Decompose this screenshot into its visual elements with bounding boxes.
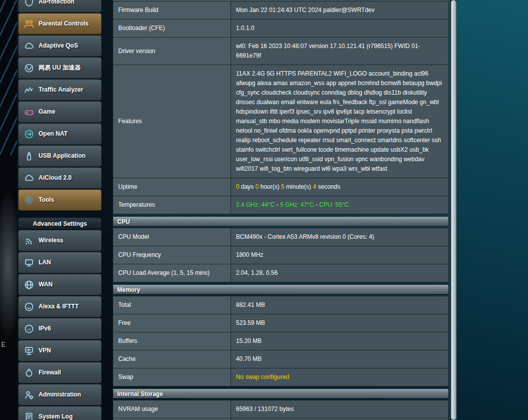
- vpn-icon: [24, 345, 35, 356]
- row-value: 882.41 MB: [231, 296, 448, 314]
- gamepad-icon: [24, 107, 35, 118]
- artwork-mech-figure: [0, 190, 17, 340]
- row-value: 11AX 2.4G 5G HTTPS PARENTAL2 WIFI_LOGO a…: [231, 65, 448, 178]
- usb-icon: [24, 151, 35, 162]
- sidebar-item-tools[interactable]: Tools: [18, 189, 102, 211]
- alexa-icon: [24, 301, 35, 312]
- row-value: 40.70 MB: [231, 350, 448, 368]
- row-value: 2.4 GHz: 44°C - 5 GHz: 47°C - CPU: 55°C: [231, 196, 448, 214]
- ipv6-icon: v6: [24, 323, 35, 334]
- cloud-icon: [24, 173, 35, 184]
- row-value: 0 days 0 hour(s) 5 minute(s) 4 seconds: [231, 178, 448, 196]
- sidebar-item-label: USB Application: [39, 153, 86, 159]
- sidebar-item-label: VPN: [39, 347, 51, 354]
- row-value: No swap configured: [231, 368, 448, 386]
- row-label: Temperatures: [113, 196, 231, 214]
- system-info-table: Firmware BuildMon Jan 22 01:24:43 UTC 20…: [113, 2, 449, 420]
- sidebar-item-wireless[interactable]: Wireless: [18, 230, 102, 251]
- sidebar-item-wan[interactable]: WAN: [18, 274, 102, 295]
- row-value: BCM490x - Cortex A53 ARMv8 revision 0 (C…: [231, 228, 448, 246]
- row-label: Bootloader (CFE): [113, 20, 231, 37]
- row-label: Swap: [113, 368, 231, 386]
- background-artwork: E: [0, 0, 17, 420]
- row-label: Driver version: [113, 38, 231, 65]
- row-value: 523.59 MB: [231, 314, 448, 332]
- sidebar-item-traffic-analyzer[interactable]: Traffic Analyzer: [18, 79, 102, 101]
- row-temperatures: Temperatures2.4 GHz: 44°C - 5 GHz: 47°C …: [113, 196, 449, 214]
- row-memory-total: Total882.41 MB: [113, 296, 449, 314]
- row-label: CPU Frequency: [113, 246, 231, 264]
- row-label: Features: [113, 65, 231, 178]
- row-label: CPU Load Average (1, 5, 15 mins): [113, 264, 231, 282]
- sidebar-item-label: Traffic Analyzer: [39, 87, 83, 93]
- sidebar-item-administration[interactable]: Administration: [18, 384, 102, 405]
- sidebar-item-label: Wireless: [39, 237, 63, 244]
- sidebar-item-game[interactable]: Game: [18, 101, 102, 123]
- artwork-letter: E: [1, 340, 6, 349]
- sidebar-item-label: System Log: [39, 413, 73, 420]
- artwork-blue-streaks: [0, 0, 17, 155]
- row-memory-cache: Cache40.70 MB: [113, 350, 449, 368]
- row-label: Total: [113, 296, 231, 314]
- flame-icon: [24, 367, 35, 378]
- row-value: 15.20 MB: [231, 332, 448, 350]
- sidebar-item-label: AiProtection: [39, 0, 74, 5]
- sidebar-item-label: LAN: [39, 259, 51, 266]
- row-label: Buffers: [113, 332, 231, 350]
- sidebar-item-usb-application[interactable]: USB Application: [18, 145, 102, 167]
- row-uptime: Uptime0 days 0 hour(s) 5 minute(s) 4 sec…: [113, 178, 449, 196]
- row-value: 2.04, 1.28, 0.56: [231, 264, 448, 282]
- row-value: 1.0.1.0: [231, 20, 448, 37]
- sidebar-item-aiprotection[interactable]: AiProtection: [18, 0, 102, 13]
- sidebar-item-vpn[interactable]: VPN: [18, 340, 102, 361]
- row-memory-free: Free523.59 MB: [113, 314, 449, 332]
- sidebar-item-alexa-ifttt[interactable]: Alexa & IFTTT: [18, 296, 102, 317]
- row-label: CPU Model: [113, 228, 231, 246]
- sidebar-item-firewall[interactable]: Firewall: [18, 362, 102, 383]
- row-nvram-usage: NVRAM usage65963 / 131072 bytes: [113, 400, 449, 418]
- row-firmware-build: Firmware BuildMon Jan 22 01:24:43 UTC 20…: [113, 2, 449, 20]
- sidebar-item-label: WAN: [39, 281, 53, 288]
- sidebar-item-adaptive-qos[interactable]: Adaptive QoS: [18, 35, 102, 57]
- log-icon: [24, 411, 35, 420]
- row-driver-version: Driver versionwl0: Feb 16 2023 10:48:07 …: [113, 38, 449, 65]
- row-memory-swap: SwapNo swap configured: [113, 368, 449, 386]
- row-value: wl0: Feb 16 2023 10:48:07 version 17.10.…: [231, 38, 448, 65]
- admin-icon: [24, 389, 35, 400]
- advanced-settings-header: Advanced Settings: [18, 217, 102, 229]
- scrollbar[interactable]: [449, 0, 457, 420]
- sidebar-item-label: Open NAT: [39, 131, 68, 137]
- sidebar-item-open-nat[interactable]: Open NAT: [18, 123, 102, 145]
- row-value: 1800 MHz: [231, 246, 448, 264]
- sidebar-item-label: Administration: [39, 391, 81, 398]
- sidebar-item-system-log[interactable]: System Log: [18, 406, 102, 420]
- sidebar-item-parental-controls[interactable]: Parental Controls: [18, 13, 102, 35]
- sidebar-item-label: Alexa & IFTTT: [39, 303, 79, 310]
- row-label: Uptime: [113, 178, 231, 196]
- sidebar-item-label: Game: [39, 109, 55, 115]
- wireless-icon: [24, 235, 35, 246]
- row-features: Features11AX 2.4G 5G HTTPS PARENTAL2 WIF…: [113, 65, 449, 178]
- sidebar-item-label: 网易 UU 加速器: [39, 65, 81, 71]
- row-cpu-frequency: CPU Frequency1800 MHz: [113, 246, 449, 264]
- row-label: NVRAM usage: [113, 400, 231, 418]
- sidebar-item-uu-booster[interactable]: 网易 UU 加速器: [18, 57, 102, 79]
- row-cpu-model: CPU ModelBCM490x - Cortex A53 ARMv8 revi…: [113, 228, 449, 246]
- main-content: Firmware BuildMon Jan 22 01:24:43 UTC 20…: [113, 0, 449, 420]
- scrollbar-thumb[interactable]: [451, 0, 456, 420]
- section-header-cpu: CPU: [113, 216, 449, 226]
- row-cpu-load-average: CPU Load Average (1, 5, 15 mins)2.04, 1.…: [113, 264, 449, 282]
- row-memory-buffers: Buffers15.20 MB: [113, 332, 449, 350]
- traffic-icon: [24, 85, 35, 96]
- sidebar-item-ipv6[interactable]: v6IPv6: [18, 318, 102, 339]
- sidebar-item-label: Tools: [39, 197, 54, 203]
- sidebar-item-aicloud[interactable]: AiCloud 2.0: [18, 167, 102, 189]
- sidebar-item-label: IPv6: [39, 325, 51, 332]
- sidebar-advanced-menu: WirelessLANWANAlexa & IFTTTv6IPv6VPNFire…: [18, 230, 102, 420]
- section-header-memory: Memory: [113, 284, 449, 294]
- sidebar-item-lan[interactable]: LAN: [18, 252, 102, 273]
- row-bootloader: Bootloader (CFE)1.0.1.0: [113, 20, 449, 38]
- row-value: Mon Jan 22 01:24:43 UTC 2024 paldier@SWR…: [231, 2, 448, 19]
- row-label: Free: [113, 314, 231, 332]
- gear-icon: [24, 195, 35, 206]
